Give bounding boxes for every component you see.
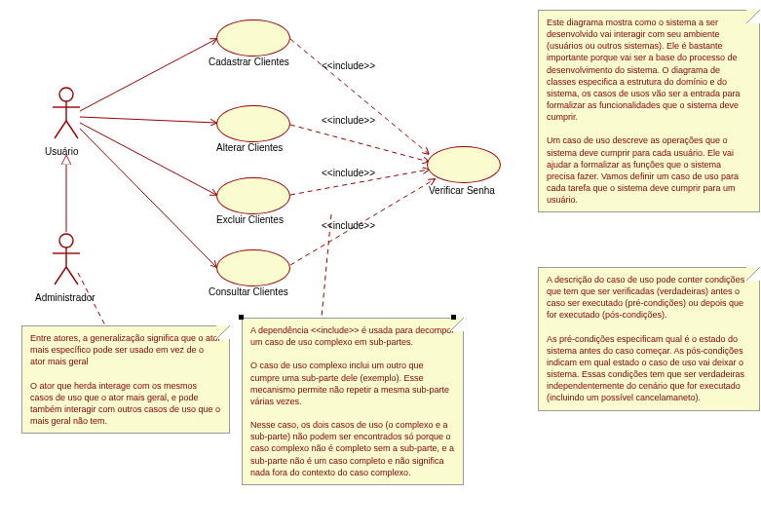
note-fold-icon — [746, 10, 760, 23]
actor-user-label: Usuário — [45, 146, 78, 157]
usecase-excluir-label: Excluir Clientes — [216, 214, 284, 225]
note-fold-icon — [450, 318, 464, 331]
svg-line-19 — [55, 267, 66, 285]
note-text: Entre atores, a generalização significa … — [30, 333, 221, 426]
svg-line-15 — [66, 121, 78, 138]
note-left[interactable]: Entre atores, a generalização significa … — [21, 325, 230, 434]
usecase-alterar-label: Alterar Clientes — [216, 142, 283, 153]
svg-line-5 — [290, 125, 429, 162]
usecase-verificar[interactable] — [427, 146, 501, 183]
note-fold-icon — [746, 267, 760, 281]
usecase-consultar[interactable] — [216, 249, 290, 286]
include-label-3: <<include>> — [322, 168, 375, 178]
svg-point-16 — [59, 234, 73, 247]
note-top-right[interactable]: Este diagrama mostra como o sistema a se… — [538, 10, 760, 212]
usecase-alterar[interactable] — [216, 105, 290, 142]
include-label-1: <<include>> — [322, 60, 375, 71]
include-label-2: <<include>> — [322, 115, 375, 126]
selection-handle[interactable] — [451, 315, 456, 320]
svg-line-14 — [55, 121, 66, 138]
svg-line-4 — [290, 39, 429, 154]
note-fold-icon — [216, 325, 230, 339]
actor-admin[interactable] — [49, 232, 84, 286]
usecase-excluir[interactable] — [216, 177, 290, 214]
note-text: Este diagrama mostra como o sistema a se… — [547, 18, 741, 205]
svg-line-1 — [80, 117, 216, 123]
svg-point-11 — [59, 88, 73, 101]
note-text: A descrição do caso de uso pode conter c… — [547, 275, 744, 402]
usecase-consultar-label: Consultar Clientes — [209, 286, 288, 297]
svg-line-3 — [80, 129, 216, 267]
usecase-cadastrar[interactable] — [216, 19, 290, 57]
include-label-4: <<include>> — [322, 220, 375, 231]
actor-admin-label: Administrador — [35, 292, 95, 303]
svg-line-2 — [80, 123, 216, 195]
note-bottom-right[interactable]: A descrição do caso de uso pode conter c… — [538, 267, 760, 411]
usecase-verificar-label: Verificar Senha — [429, 185, 495, 196]
svg-line-0 — [80, 39, 216, 111]
diagram-canvas: Usuário Administrador Cadastrar Clientes… — [0, 0, 761, 532]
usecase-cadastrar-label: Cadastrar Clientes — [209, 57, 289, 67]
note-center[interactable]: A dependência <<include>> é usada para d… — [242, 318, 464, 485]
selection-handle[interactable] — [239, 315, 244, 320]
actor-user[interactable] — [49, 86, 84, 140]
note-text: A dependência <<include>> é usada para d… — [250, 325, 454, 477]
svg-line-20 — [66, 267, 78, 285]
